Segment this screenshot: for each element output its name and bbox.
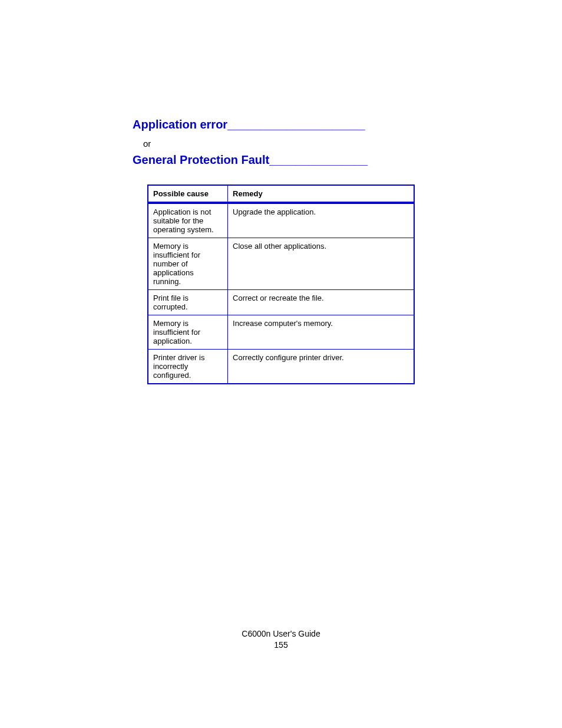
cell-remedy: Correctly configure printer driver.	[228, 350, 414, 384]
heading2-fill: _______________	[269, 153, 368, 166]
header-remedy: Remedy	[228, 185, 414, 203]
cell-cause: Application is not suitable for the oper…	[148, 203, 228, 238]
cell-cause: Printer driver is incorrectly configured…	[148, 350, 228, 384]
heading1-text: Application error	[133, 118, 227, 131]
cell-cause: Memory is insufficient for number of app…	[148, 238, 228, 290]
page-content: Application error_____________________ o…	[0, 0, 562, 384]
cell-cause: Memory is insufficient for application.	[148, 315, 228, 350]
troubleshooting-table-container: Possible cause Remedy Application is not…	[147, 185, 415, 384]
cell-remedy: Increase computer's memory.	[228, 315, 414, 350]
table-row: Printer driver is incorrectly configured…	[148, 350, 414, 384]
table-row: Memory is insufficient for application. …	[148, 315, 414, 350]
heading-general-protection-fault: General Protection Fault_______________	[133, 153, 429, 167]
cell-remedy: Upgrade the application.	[228, 203, 414, 238]
troubleshooting-table: Possible cause Remedy Application is not…	[147, 185, 415, 384]
or-text: or	[143, 139, 429, 149]
header-possible-cause: Possible cause	[148, 185, 228, 203]
table-row: Application is not suitable for the oper…	[148, 203, 414, 238]
footer-guide-name: C6000n User's Guide	[0, 628, 562, 640]
table-header-row: Possible cause Remedy	[148, 185, 414, 203]
cell-remedy: Correct or recreate the file.	[228, 290, 414, 315]
page-footer: C6000n User's Guide 155	[0, 628, 562, 651]
cell-cause: Print file is corrupted.	[148, 290, 228, 315]
heading-application-error: Application error_____________________	[133, 118, 429, 131]
table-row: Print file is corrupted. Correct or recr…	[148, 290, 414, 315]
footer-page-number: 155	[0, 640, 562, 651]
heading1-fill: _____________________	[227, 118, 365, 131]
table-row: Memory is insufficient for number of app…	[148, 238, 414, 290]
cell-remedy: Close all other applications.	[228, 238, 414, 290]
heading2-text: General Protection Fault	[133, 153, 269, 166]
